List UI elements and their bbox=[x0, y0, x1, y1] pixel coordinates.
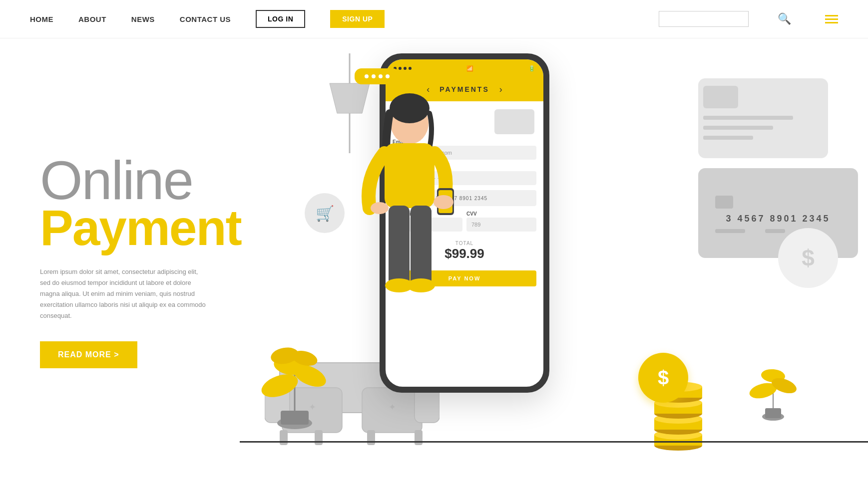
nav-contact[interactable]: CONTACT US bbox=[180, 15, 231, 23]
battery-icon: 🔋 bbox=[528, 65, 535, 72]
login-button[interactable]: LOG IN bbox=[256, 10, 305, 28]
svg-rect-29 bbox=[703, 116, 793, 120]
read-more-button[interactable]: READ MORE > bbox=[40, 341, 137, 368]
svg-point-37 bbox=[434, 195, 453, 209]
svg-point-38 bbox=[371, 202, 389, 214]
svg-rect-10 bbox=[367, 430, 375, 445]
search-input[interactable] bbox=[659, 11, 749, 27]
svg-rect-30 bbox=[703, 126, 773, 130]
hero-right: ✦ ✦ bbox=[240, 38, 868, 473]
dollar-icon-bg: $ bbox=[802, 244, 815, 271]
plant-right-decoration bbox=[748, 341, 798, 423]
hero-section: Online Payment Lorem ipsum dolor sit ame… bbox=[0, 38, 868, 473]
chat-dot-2 bbox=[372, 74, 376, 78]
hero-left: Online Payment Lorem ipsum dolor sit ame… bbox=[0, 38, 240, 473]
svg-rect-34 bbox=[385, 143, 434, 208]
floor-line bbox=[240, 441, 868, 443]
svg-rect-11 bbox=[415, 430, 423, 445]
svg-rect-15 bbox=[281, 411, 309, 425]
navigation: HOME ABOUT NEWS CONTACT US LOG IN SIGN U… bbox=[0, 0, 868, 38]
chat-dot-3 bbox=[379, 74, 383, 78]
svg-rect-40 bbox=[411, 206, 432, 285]
phone-forward-arrow[interactable]: › bbox=[499, 84, 502, 95]
signup-button[interactable]: SIGN UP bbox=[330, 10, 385, 28]
chat-bubble bbox=[355, 68, 400, 84]
svg-rect-23 bbox=[765, 408, 781, 418]
title-payment: Payment bbox=[40, 203, 210, 252]
hero-description: Lorem ipsum dolor sit amet, consectetur … bbox=[40, 266, 210, 321]
person-illustration bbox=[330, 68, 479, 418]
search-icon[interactable]: 🔍 bbox=[778, 12, 791, 25]
bg-card-1 bbox=[698, 78, 828, 158]
svg-rect-28 bbox=[703, 86, 738, 108]
svg-rect-39 bbox=[389, 206, 410, 285]
nav-home[interactable]: HOME bbox=[30, 15, 53, 23]
dollar-coin: $ bbox=[638, 353, 688, 403]
nav-about[interactable]: ABOUT bbox=[78, 15, 106, 23]
hamburger-icon[interactable] bbox=[825, 15, 838, 23]
dollar-icon: $ bbox=[658, 367, 669, 389]
dollar-circle-bg: $ bbox=[778, 228, 838, 288]
nav-news[interactable]: NEWS bbox=[131, 15, 155, 23]
bg-card-number: 3 4567 8901 2345 bbox=[726, 214, 830, 224]
chat-dot-1 bbox=[365, 74, 369, 78]
svg-rect-31 bbox=[703, 136, 753, 140]
svg-rect-44 bbox=[409, 280, 433, 290]
phone-card-image bbox=[494, 109, 534, 134]
plant-left-decoration bbox=[260, 321, 330, 433]
svg-point-33 bbox=[390, 93, 430, 123]
chat-dot-4 bbox=[386, 74, 390, 78]
